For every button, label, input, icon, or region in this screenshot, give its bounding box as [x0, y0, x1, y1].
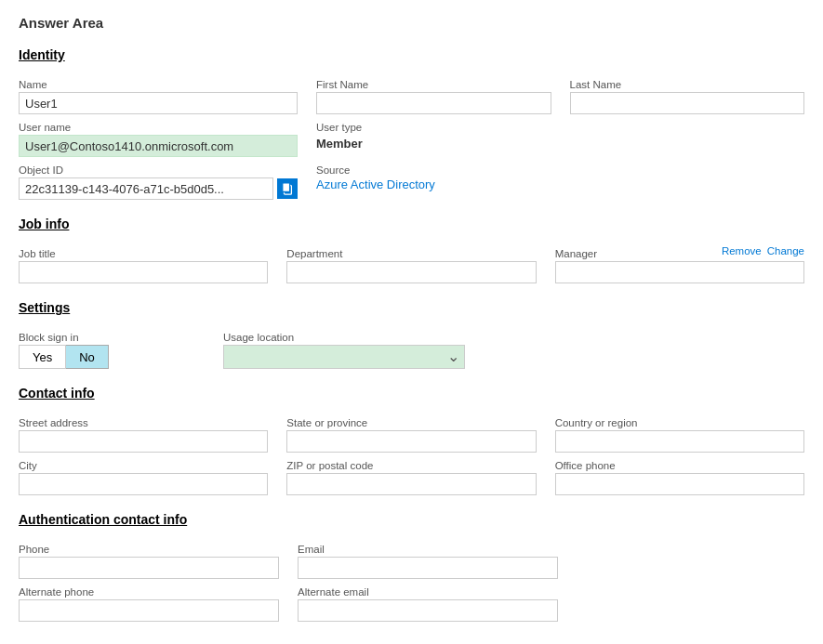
job-info-section-title: Job info: [19, 217, 804, 231]
svg-rect-1: [283, 183, 290, 192]
usertype-label: User type: [316, 122, 804, 133]
job-info-row: Job title Department Manager Remove Chan…: [19, 241, 804, 283]
city-input[interactable]: [19, 473, 268, 495]
phone-label: Phone: [19, 544, 279, 555]
objectid-row: [19, 177, 298, 200]
usertype-field: User type Member: [316, 114, 804, 151]
settings-section-title: Settings: [19, 300, 804, 315]
alt-phone-field: Alternate phone: [19, 579, 279, 622]
first-name-field: First Name: [316, 72, 551, 114]
first-name-input[interactable]: [316, 92, 551, 114]
username-field: User name: [19, 114, 298, 157]
department-input[interactable]: [286, 261, 536, 283]
source-label: Source: [316, 164, 804, 176]
usage-location-label: Usage location: [223, 332, 804, 343]
phone-input[interactable]: [19, 557, 279, 579]
manager-label: Manager: [555, 248, 597, 259]
name-label: Name: [19, 79, 298, 90]
usertype-value: Member: [316, 137, 804, 151]
first-name-label: First Name: [316, 79, 551, 90]
objectid-input[interactable]: [19, 177, 273, 200]
last-name-input[interactable]: [570, 92, 805, 114]
auth-row-1: Phone Email: [19, 536, 558, 579]
contact-row-1: Street address State or province Country…: [19, 410, 804, 453]
manager-input[interactable]: [555, 261, 804, 283]
state-label: State or province: [286, 417, 536, 428]
auth-row-2: Alternate phone Alternate email: [19, 579, 558, 622]
state-input[interactable]: [286, 430, 536, 453]
objectid-label: Object ID: [19, 164, 298, 176]
alt-phone-label: Alternate phone: [19, 586, 279, 598]
alt-phone-input[interactable]: [19, 599, 279, 622]
usage-location-select[interactable]: [223, 345, 465, 369]
phone-field: Phone: [19, 536, 279, 579]
manager-header: Manager Remove Change: [555, 241, 804, 261]
name-input[interactable]: [19, 92, 298, 114]
email-field: Email: [298, 536, 558, 579]
auth-contact-section-title: Authentication contact info: [19, 512, 804, 527]
copy-objectid-button[interactable]: [277, 178, 298, 199]
street-input[interactable]: [19, 430, 268, 453]
street-field: Street address: [19, 410, 268, 453]
auth-contact-section: Authentication contact info Phone Email …: [19, 512, 804, 622]
source-link[interactable]: Azure Active Directory: [316, 177, 435, 191]
usage-dropdown-wrap: [223, 345, 465, 369]
office-phone-label: Office phone: [555, 460, 804, 471]
identity-section-title: Identity: [19, 47, 804, 62]
department-label: Department: [286, 248, 536, 259]
settings-section: Settings Block sign in Yes No Usage loca…: [19, 300, 804, 369]
identity-section: Identity Name First Name Last Name User …: [19, 47, 804, 200]
no-button[interactable]: No: [66, 345, 109, 369]
contact-info-section-title: Contact info: [19, 386, 804, 401]
state-field: State or province: [286, 410, 536, 453]
zip-field: ZIP or postal code: [286, 453, 536, 495]
manager-field: Manager Remove Change: [555, 241, 804, 283]
country-label: Country or region: [555, 417, 804, 428]
settings-row: Block sign in Yes No Usage location: [19, 324, 804, 369]
usage-location-field: Usage location: [223, 324, 804, 369]
job-title-label: Job title: [19, 248, 268, 259]
name-field: Name: [19, 72, 298, 114]
job-title-input[interactable]: [19, 261, 268, 283]
page-title: Answer Area: [19, 15, 804, 31]
objectid-field: Object ID: [19, 157, 298, 200]
department-field: Department: [286, 241, 536, 283]
contact-row-2: City ZIP or postal code Office phone: [19, 453, 804, 495]
manager-actions: Remove Change: [722, 245, 804, 256]
source-field: Source Azure Active Directory: [316, 157, 804, 191]
block-signin-label: Block sign in: [19, 332, 205, 343]
block-signin-group: Yes No: [19, 345, 205, 369]
copy-icon: [281, 182, 294, 195]
remove-manager-button[interactable]: Remove: [722, 245, 762, 256]
username-label: User name: [19, 122, 298, 133]
office-phone-input[interactable]: [555, 473, 804, 495]
identity-row-1: Name First Name Last Name: [19, 72, 804, 114]
city-label: City: [19, 460, 268, 471]
job-info-section: Job info Job title Department Manager Re…: [19, 217, 804, 283]
city-field: City: [19, 453, 268, 495]
country-input[interactable]: [555, 430, 804, 453]
country-field: Country or region: [555, 410, 804, 453]
identity-row-2: User name User type Member: [19, 114, 804, 157]
street-label: Street address: [19, 417, 268, 428]
identity-row-3: Object ID Source Azure Active Directory: [19, 157, 804, 200]
yes-button[interactable]: Yes: [19, 345, 66, 369]
last-name-label: Last Name: [570, 79, 805, 90]
change-manager-button[interactable]: Change: [767, 245, 804, 256]
alt-email-input[interactable]: [298, 599, 558, 622]
job-title-field: Job title: [19, 241, 268, 283]
zip-label: ZIP or postal code: [286, 460, 536, 471]
alt-email-field: Alternate email: [298, 579, 558, 622]
zip-input[interactable]: [286, 473, 536, 495]
email-input[interactable]: [298, 557, 558, 579]
last-name-field: Last Name: [570, 72, 805, 114]
block-signin-field: Block sign in Yes No: [19, 324, 205, 369]
email-label: Email: [298, 544, 558, 555]
username-input[interactable]: [19, 135, 298, 157]
alt-email-label: Alternate email: [298, 586, 558, 598]
contact-info-section: Contact info Street address State or pro…: [19, 386, 804, 495]
office-phone-field: Office phone: [555, 453, 804, 495]
